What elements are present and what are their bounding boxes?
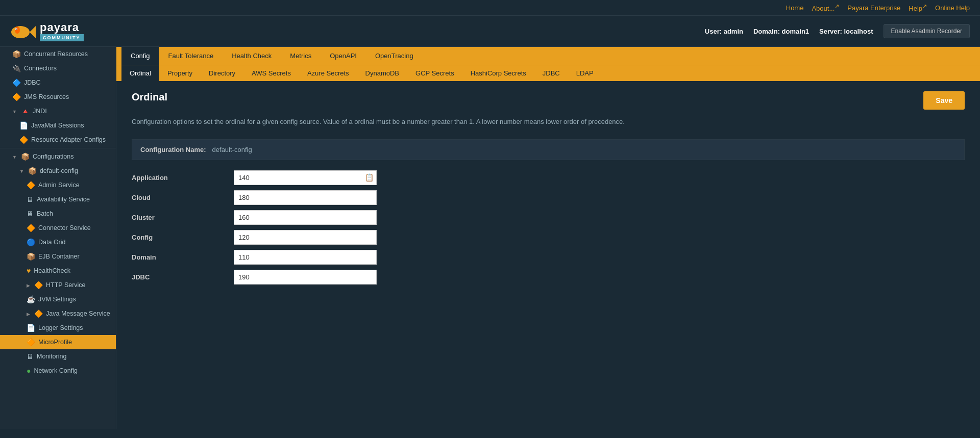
resource-adapter-icon: 🔶 [19, 136, 28, 144]
sidebar-item-resource-adapter-configs[interactable]: 🔶 Resource Adapter Configs [0, 133, 116, 147]
connector-service-icon: 🔶 [27, 224, 35, 232]
page-title: Ordinal [132, 91, 167, 103]
logo-brand: payara [40, 21, 84, 34]
config-field-row: Config [132, 230, 965, 245]
sidebar-item-configurations[interactable]: 📦 Configurations [0, 149, 116, 164]
sidebar-item-microprofile[interactable]: 🔶 MicroProfile [0, 335, 116, 349]
sidebar-item-availability-service[interactable]: 🖥 Availability Service [0, 192, 116, 207]
sidebar-item-label: HTTP Service [46, 281, 86, 289]
sidebar-item-jvm-settings[interactable]: ☕ JVM Settings [0, 292, 116, 306]
domain-row: Domain [132, 250, 965, 265]
sidebar-item-jndi[interactable]: 🔺 JNDI [0, 104, 116, 118]
about-link[interactable]: About...↗ [812, 3, 839, 12]
jdbc-field-row: JDBC [132, 270, 965, 285]
tab-ldap[interactable]: LDAP [568, 65, 602, 81]
configurations-icon: 📦 [21, 152, 30, 161]
svg-point-0 [11, 26, 30, 38]
sidebar-item-label: Admin Service [38, 182, 80, 189]
cloud-label: Cloud [132, 194, 234, 201]
sidebar-item-java-message-service[interactable]: 🔶 Java Message Service [0, 306, 116, 321]
domain-info: Domain: domain1 [753, 28, 809, 35]
tab-gcp-secrets[interactable]: GCP Secrets [407, 65, 462, 81]
tab-hashicorp-secrets[interactable]: HashiCorp Secrets [462, 65, 534, 81]
payara-enterprise-link[interactable]: Payara Enterprise [847, 4, 900, 12]
tab-health-check[interactable]: Health Check [223, 47, 281, 65]
sidebar-item-label: JMS Resources [24, 93, 69, 100]
help-link[interactable]: Help↗ [909, 3, 927, 12]
sidebar-divider [0, 148, 116, 148]
sidebar-item-label: Network Config [34, 367, 77, 374]
tab-opentracing[interactable]: OpenTracing [366, 47, 423, 65]
sidebar-item-http-service[interactable]: 🔶 HTTP Service [0, 278, 116, 292]
content-description: Configuration options to set the ordinal… [132, 117, 965, 127]
javamail-icon: 📄 [19, 121, 28, 130]
sidebar-item-jms-resources[interactable]: 🔶 JMS Resources [0, 90, 116, 104]
sidebar-item-logger-settings[interactable]: 📄 Logger Settings [0, 321, 116, 335]
sidebar-item-label: Java Message Service [46, 310, 110, 317]
tab-property[interactable]: Property [159, 65, 201, 81]
sidebar-item-healthcheck[interactable]: ♥ HealthCheck [0, 264, 116, 278]
jndi-icon: 🔺 [21, 107, 30, 115]
sidebar-item-label: Logger Settings [38, 324, 83, 331]
config-field-input[interactable] [234, 230, 377, 245]
jndi-expand-icon [12, 109, 17, 114]
header-right: User: admin Domain: domain1 Server: loca… [705, 24, 970, 38]
tab-fault-tolerance[interactable]: Fault Tolerance [159, 47, 223, 65]
sidebar-item-connector-service[interactable]: 🔶 Connector Service [0, 221, 116, 235]
sidebar-item-label: Configurations [33, 153, 74, 160]
tab-azure-secrets[interactable]: Azure Secrets [299, 65, 357, 81]
config-name-value: default-config [212, 146, 252, 153]
admin-service-icon: 🔶 [27, 181, 35, 189]
external-icon: ↗ [922, 3, 927, 9]
sidebar-item-label: HealthCheck [34, 267, 70, 274]
cluster-row: Cluster [132, 210, 965, 225]
logo-area: payara COMMUNITY [10, 21, 84, 41]
sidebar-item-default-config[interactable]: 📦 default-config [0, 164, 116, 178]
domain-input[interactable] [234, 250, 377, 265]
sidebar-item-monitoring[interactable]: 🖥 Monitoring [0, 349, 116, 364]
online-help-link[interactable]: Online Help [935, 4, 970, 12]
sidebar-item-javamail-sessions[interactable]: 📄 JavaMail Sessions [0, 118, 116, 133]
sidebar-item-network-config[interactable]: ● Network Config [0, 364, 116, 378]
application-input[interactable] [234, 170, 377, 185]
sidebar-item-ejb-container[interactable]: 📦 EJB Container [0, 249, 116, 264]
ejb-container-icon: 📦 [27, 252, 35, 261]
sidebar-item-jdbc[interactable]: 🔷 JDBC [0, 75, 116, 90]
sidebar-item-admin-service[interactable]: 🔶 Admin Service [0, 178, 116, 192]
config-name-label: Configuration Name: [140, 146, 206, 153]
application-row: Application 📋 [132, 170, 965, 185]
cluster-input[interactable] [234, 210, 377, 225]
top-navigation: Home About...↗ Payara Enterprise Help↗ O… [0, 0, 980, 16]
sidebar-item-data-grid[interactable]: 🔵 Data Grid [0, 235, 116, 249]
sidebar-item-batch[interactable]: 🖥 Batch [0, 207, 116, 221]
home-link[interactable]: Home [786, 4, 804, 12]
server-info: Server: localhost [819, 28, 873, 35]
sidebar-item-connectors[interactable]: 🔌 Connectors [0, 61, 116, 75]
logo-community: COMMUNITY [40, 34, 84, 41]
sidebar-item-label: Connectors [24, 65, 57, 72]
jdbc-field-input[interactable] [234, 270, 377, 285]
enable-recorder-button[interactable]: Enable Asadmin Recorder [884, 24, 970, 38]
jvm-settings-icon: ☕ [27, 295, 35, 303]
sidebar-item-label: Batch [37, 210, 53, 217]
tab-config[interactable]: Config [121, 47, 159, 65]
save-button[interactable]: Save [923, 91, 965, 110]
tab-dynamodb[interactable]: DynamoDB [357, 65, 407, 81]
svg-point-2 [15, 27, 20, 34]
jdbc-icon: 🔷 [12, 79, 21, 87]
tab-jdbc[interactable]: JDBC [534, 65, 568, 81]
tab-openapi[interactable]: OpenAPI [321, 47, 366, 65]
svg-point-4 [16, 29, 17, 30]
monitoring-icon: 🖥 [27, 352, 34, 360]
cloud-input[interactable] [234, 190, 377, 205]
tab-aws-secrets[interactable]: AWS Secrets [243, 65, 299, 81]
tab-metrics[interactable]: Metrics [281, 47, 321, 65]
sidebar: 📦 Concurrent Resources 🔌 Connectors 🔷 JD… [0, 47, 116, 429]
java-message-service-icon: 🔶 [34, 310, 43, 318]
concurrent-resources-icon: 📦 [12, 50, 21, 58]
tab-directory[interactable]: Directory [201, 65, 243, 81]
content-area: Ordinal Save Configuration options to se… [116, 81, 980, 300]
tab-ordinal[interactable]: Ordinal [121, 65, 159, 81]
sidebar-item-label: Monitoring [37, 353, 66, 360]
sidebar-item-concurrent-resources[interactable]: 📦 Concurrent Resources [0, 47, 116, 61]
